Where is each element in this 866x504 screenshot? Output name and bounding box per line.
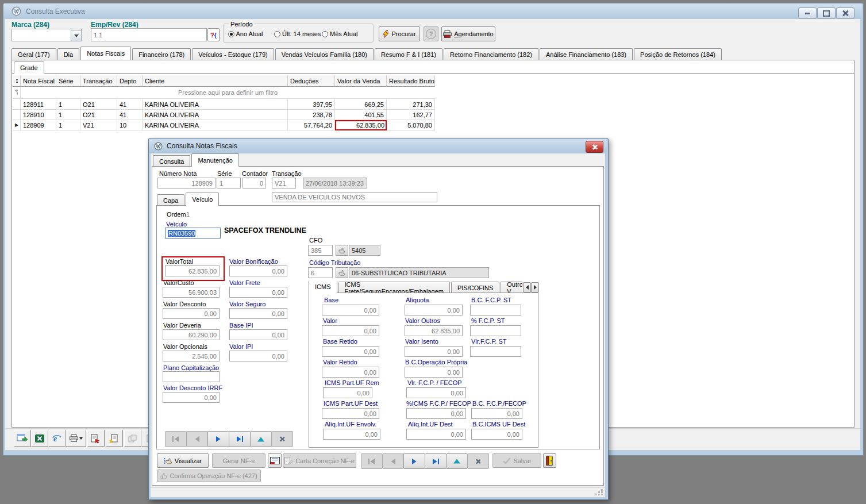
icms-part-uf-rem-field[interactable]: 0,00 (323, 387, 372, 398)
maximize-button[interactable] (817, 7, 836, 19)
nav-first-button[interactable] (165, 431, 187, 447)
numero-nota-field[interactable]: 128909 (157, 178, 215, 188)
table-row[interactable]: 128911 1 O21 41 KARINA OLIVEIRA 397,95 6… (13, 99, 435, 110)
tab-veiculo[interactable]: Veículo (186, 193, 219, 206)
nav2-prev-button[interactable] (382, 453, 404, 469)
agendamento-button[interactable]: Agendamento (441, 26, 495, 41)
cell-deducoes[interactable]: 397,95 (288, 99, 335, 110)
bc-fcp-fecop-field[interactable]: 0,00 (471, 408, 522, 419)
cell-depto[interactable]: 41 (117, 99, 143, 110)
contador-field[interactable]: 0 (243, 178, 266, 188)
cell-nota[interactable]: 128910 (21, 110, 56, 120)
tab-notas-fiscais[interactable]: Notas Fiscais (80, 47, 131, 60)
nav2-up-button[interactable] (446, 453, 468, 469)
tab-scroll-left-button[interactable] (523, 282, 531, 293)
funnel-icon-cell[interactable] (13, 87, 21, 98)
nav-prev-button[interactable] (186, 431, 208, 447)
tab-dia[interactable]: Dia (57, 48, 80, 60)
nav-last-button[interactable] (229, 431, 251, 447)
cell-serie[interactable]: 1 (56, 99, 80, 110)
grid-corner[interactable] (13, 75, 21, 87)
toolbar-browser-button[interactable]: e (48, 430, 66, 447)
tab-icms[interactable]: ICMS (309, 281, 337, 293)
valor-ipi-field[interactable]: 0,00 (229, 351, 287, 361)
toolbar-disabled-button-1[interactable] (124, 430, 141, 447)
cell-nota[interactable]: 128911 (21, 99, 56, 110)
nav2-cancel-button[interactable] (467, 453, 489, 469)
col-serie[interactable]: Série (56, 75, 80, 87)
cell-resultado[interactable]: 162,77 (387, 110, 435, 120)
cell-transacao[interactable]: O21 (80, 99, 117, 110)
tab-vendas-veiculos-familia[interactable]: Vendas Veículos Família (180) (275, 48, 374, 60)
tab-financeiro[interactable]: Financeiro (178) (132, 48, 191, 60)
salvar-button[interactable]: Salvar (492, 453, 541, 468)
vlr-fcp-st-field[interactable] (470, 346, 521, 357)
cell-cliente[interactable]: KARINA OLIVEIRA (143, 99, 288, 110)
toolbar-print-button[interactable] (66, 430, 86, 447)
icms-valor-retido-field[interactable]: 0,00 (322, 367, 379, 378)
dialog-close-button[interactable] (586, 141, 603, 153)
icms-aliq-int-uf-dest-field[interactable]: 0,00 (406, 429, 466, 440)
cell-cliente[interactable]: KARINA OLIVEIRA (143, 120, 288, 130)
procurar-button[interactable]: Procurar (379, 26, 420, 41)
col-resultado-bruto[interactable]: Resultado Bruto (387, 75, 435, 87)
codigo-tributacao-lookup-button[interactable] (336, 267, 348, 278)
tab-resumo-f-i[interactable]: Resumo F & I (181) (375, 48, 442, 60)
bc-icms-uf-dest-field[interactable]: 0,00 (471, 429, 522, 440)
field-help-button[interactable]: ?{ (207, 28, 220, 41)
icms-valor-outros-field[interactable]: 62.835,00 (405, 325, 463, 336)
filter-prompt[interactable]: Pressione aqui para definir um filtro (21, 87, 435, 98)
cell-resultado[interactable]: 271,30 (387, 99, 435, 110)
tab-icms-frete[interactable]: ICMS Frete/SeguroEncargos/Embalagem (338, 282, 450, 293)
cell-resultado[interactable]: 5.070,80 (387, 120, 435, 130)
icms-aliq-int-uf-envolv-field[interactable]: 0,00 (323, 429, 380, 440)
tab-capa[interactable]: Capa (157, 194, 184, 206)
veiculo-input[interactable]: RN03590 (165, 228, 221, 238)
valor-opcionais-field[interactable]: 2.545,00 (163, 351, 220, 361)
cell-valor-venda-highlighted[interactable]: 62.835,00 (335, 120, 387, 130)
tab-consulta[interactable]: Consulta (153, 155, 190, 167)
cfo-code-field[interactable]: 385 (308, 245, 333, 256)
gerar-nfe-button[interactable]: Gerar NF-e (212, 453, 265, 468)
icms-pct-fcp-fecop-field[interactable]: 0,00 (406, 408, 466, 419)
carta-correcao-button[interactable]: Carta Correção NF-e (283, 453, 356, 468)
valor-total-field[interactable]: 62.835,00 (165, 266, 220, 276)
minimize-button[interactable] (798, 7, 817, 19)
cell-depto[interactable]: 10 (117, 120, 143, 130)
icms-valor-field[interactable]: 0,00 (322, 325, 379, 336)
nfe-card-button[interactable] (268, 453, 282, 468)
radio-ult-14-meses[interactable]: Últ. 14 meses (274, 30, 321, 37)
help-button[interactable]: ? (424, 26, 438, 41)
tab-posicao-retornos[interactable]: Posição de Retornos (184) (634, 48, 722, 60)
resize-grip[interactable] (595, 489, 603, 496)
close-button[interactable] (836, 7, 855, 19)
col-deducoes[interactable]: Deduções (288, 75, 335, 87)
radio-ano-atual[interactable]: Ano Atual (228, 30, 263, 37)
toolbar-new-document-button[interactable] (106, 430, 123, 447)
nav2-next-button[interactable] (403, 453, 425, 469)
visualizar-button[interactable]: Visualizar (157, 453, 209, 468)
cell-serie[interactable]: 1 (56, 120, 80, 130)
serie-field[interactable]: 1 (217, 178, 241, 188)
tab-outros[interactable]: Outros V (501, 282, 522, 293)
valor-bonificacao-field[interactable]: 0,00 (229, 266, 287, 276)
nav-next-button[interactable] (207, 431, 229, 447)
valor-seguro-field[interactable]: 0,00 (229, 308, 287, 319)
cell-serie[interactable]: 1 (56, 110, 80, 120)
col-nota-fiscal[interactable]: Nota Fiscal (21, 75, 56, 87)
col-depto[interactable]: Depto (117, 75, 143, 87)
plano-capitalizacao-field[interactable] (163, 371, 220, 382)
bc-fcp-st-field[interactable] (470, 305, 521, 316)
tab-retorno-financiamento[interactable]: Retorno Financiamento (182) (444, 48, 538, 60)
cell-valor-venda[interactable]: 401,55 (335, 110, 387, 120)
cell-transacao[interactable]: O21 (80, 110, 117, 120)
tab-grade[interactable]: Grade (14, 61, 44, 74)
icms-base-field[interactable]: 0,00 (322, 305, 379, 316)
icms-valor-isento-field[interactable]: 0,00 (405, 346, 463, 357)
nav2-last-button[interactable] (425, 453, 447, 469)
valor-desconto-irrf-field[interactable]: 0,00 (163, 392, 220, 403)
cfo-lookup-button[interactable] (336, 245, 348, 256)
cell-deducoes[interactable]: 57.764,20 (288, 120, 335, 130)
cell-depto[interactable]: 41 (117, 110, 143, 120)
toolbar-export-file-button[interactable] (87, 430, 105, 447)
